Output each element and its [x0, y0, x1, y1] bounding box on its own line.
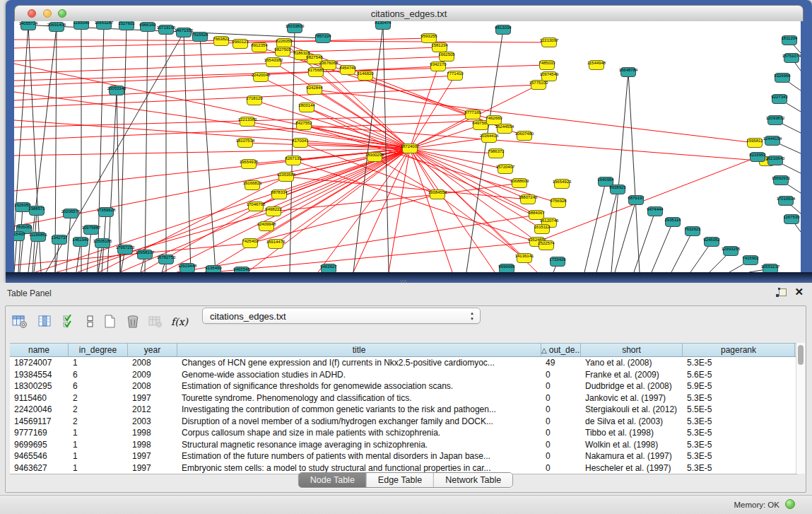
network-node[interactable]: 1527602	[118, 21, 135, 30]
network-node[interactable]: 10974549	[540, 72, 559, 81]
cell-year[interactable]: 2009	[128, 369, 177, 381]
network-node[interactable]: 9329966	[774, 74, 791, 83]
network-node[interactable]: 18300295	[365, 153, 384, 162]
network-node[interactable]: 16648784	[619, 68, 638, 77]
network-node[interactable]: 17046798	[247, 202, 266, 211]
network-node[interactable]: 19654935	[240, 160, 259, 169]
cell-year[interactable]: 1997	[128, 392, 177, 404]
tab-network-table[interactable]: Network Table	[434, 473, 512, 487]
network-node[interactable]: 9242844	[306, 86, 323, 95]
network-node[interactable]: 15692931	[772, 176, 791, 185]
network-node[interactable]: 1733426	[549, 257, 566, 267]
network-node[interactable]: 2803144	[298, 103, 315, 112]
row-height-icon[interactable]	[81, 313, 100, 332]
network-node[interactable]: 8912354	[251, 43, 268, 52]
network-node[interactable]: 7425402	[242, 239, 259, 248]
cell-year[interactable]: 2008	[128, 380, 177, 392]
cell-title[interactable]: Tourette syndrome. Phenomenology and cla…	[177, 392, 541, 404]
network-node[interactable]: 7485033	[539, 61, 555, 70]
network-node[interactable]: 20691406	[47, 23, 66, 32]
network-node[interactable]: 9175685	[307, 68, 324, 77]
cell-name[interactable]: 9115460	[10, 392, 69, 404]
cell-pagerank[interactable]: 5.3E-5	[683, 416, 795, 428]
table-selector-dropdown[interactable]: citations_edges.txt ▲▼	[202, 308, 481, 324]
network-node[interactable]: 9342170	[430, 62, 447, 71]
network-canvas[interactable]: 1872400776638229960123891235482260589827…	[14, 21, 801, 272]
network-node[interactable]: 12923448	[178, 264, 197, 273]
network-node[interactable]: 8454749	[339, 66, 356, 75]
network-node[interactable]: 11544948	[587, 61, 606, 70]
cell-short[interactable]: Hescheler et al. (1997)	[581, 462, 683, 474]
network-node[interactable]: 12444154	[763, 136, 782, 146]
network-node[interactable]: 2522574	[538, 241, 555, 250]
column-header-short[interactable]: short	[581, 344, 683, 356]
cell-year[interactable]: 2012	[128, 404, 177, 416]
network-node[interactable]: 2935114	[665, 218, 682, 227]
cell-title[interactable]: Investigating the contribution of common…	[177, 404, 541, 416]
network-node[interactable]: 12993255	[722, 247, 741, 256]
cell-out_de[interactable]: 0	[541, 392, 581, 404]
network-node[interactable]: 20364416	[480, 134, 499, 143]
cell-name[interactable]: 9465546	[10, 450, 69, 462]
network-node[interactable]: 14055724	[19, 21, 38, 30]
network-node[interactable]: 9135460	[205, 266, 222, 273]
close-panel-icon[interactable]: ✕	[794, 286, 804, 298]
network-node[interactable]: 17359928	[97, 208, 116, 217]
column-header-out_de[interactable]: △out_de...	[541, 344, 581, 356]
network-node[interactable]: 7986372	[488, 149, 505, 158]
network-node[interactable]: 18107534	[236, 139, 255, 148]
network-node[interactable]: 10607480	[515, 132, 534, 141]
network-node[interactable]: 8226058	[276, 39, 293, 48]
cell-pagerank[interactable]: 5.3E-5	[683, 427, 795, 439]
network-node[interactable]: 1451940	[72, 238, 89, 247]
network-node[interactable]: 6966160	[139, 23, 156, 32]
network-node[interactable]: 7663822	[213, 37, 230, 46]
network-node[interactable]: 12093832	[766, 116, 785, 125]
network-node[interactable]: 9756928	[550, 199, 567, 208]
network-canvas-svg[interactable]: 1872400776638229960123891235482260589827…	[14, 21, 801, 272]
cell-pagerank[interactable]: 5.9E-5	[683, 380, 795, 392]
network-node[interactable]: 14136141	[515, 254, 534, 263]
cell-year[interactable]: 2003	[128, 416, 177, 428]
cell-pagerank[interactable]: 5.6E-5	[683, 369, 795, 381]
network-node[interactable]: 8813034	[495, 25, 512, 35]
cell-title[interactable]: Corpus callosum shape and size in male p…	[177, 427, 541, 439]
cell-name[interactable]: 18300295	[10, 380, 69, 392]
network-node[interactable]: 9465546	[233, 267, 250, 273]
cell-short[interactable]: Tibbo et al. (1998)	[581, 427, 683, 439]
network-node[interactable]: 9960123	[232, 40, 249, 49]
scrollbar-thumb[interactable]	[798, 345, 804, 365]
network-node[interactable]: 8267130	[285, 156, 302, 165]
network-node[interactable]: 8215953	[749, 153, 766, 162]
cell-pagerank[interactable]: 5.3E-5	[683, 439, 795, 451]
cell-out_de[interactable]: 0	[541, 380, 581, 392]
network-node[interactable]: 16033809	[286, 24, 305, 33]
cell-short[interactable]: Wolkin et al. (1998)	[581, 439, 683, 451]
cell-name[interactable]: 22420046	[10, 404, 69, 416]
network-node[interactable]: 7415902	[742, 256, 759, 265]
network-node[interactable]: 7771410	[447, 71, 464, 81]
network-node[interactable]: 18724007	[401, 144, 420, 153]
network-node[interactable]: 8878334	[271, 190, 288, 199]
network-node[interactable]: 9498222	[265, 207, 282, 216]
cell-in_degree[interactable]: 1	[69, 427, 128, 439]
table-row[interactable]: 969969511998Structural magnetic resonanc…	[10, 439, 797, 451]
memory-ok-indicator[interactable]	[785, 499, 795, 509]
network-node[interactable]: 1988571	[28, 206, 45, 216]
network-node[interactable]: 16553237	[761, 264, 780, 273]
cell-short[interactable]: Jankovic et al. (1997)	[581, 392, 683, 404]
network-node[interactable]: 9227343	[771, 95, 788, 104]
cell-pagerank[interactable]: 5.3E-5	[683, 357, 795, 369]
delete-entry-trash-icon[interactable]	[123, 313, 143, 332]
table-row[interactable]: 911546021997Tourette syndrome. Phenomeno…	[10, 392, 797, 404]
table-row[interactable]: 2242004622012Investigating the contribut…	[10, 404, 797, 416]
network-node[interactable]: 16543382	[264, 58, 283, 67]
network-node[interactable]: 19654923	[553, 180, 572, 189]
network-node[interactable]: 15751074	[782, 54, 801, 63]
cell-pagerank[interactable]: 5.3E-5	[683, 462, 795, 474]
cell-in_degree[interactable]: 6	[69, 369, 128, 381]
network-node[interactable]: 9699695	[498, 264, 515, 273]
network-node[interactable]: 8938923	[609, 185, 626, 194]
network-node[interactable]: 18807243	[519, 195, 538, 204]
column-header-in_degree[interactable]: in_degree	[69, 344, 128, 356]
